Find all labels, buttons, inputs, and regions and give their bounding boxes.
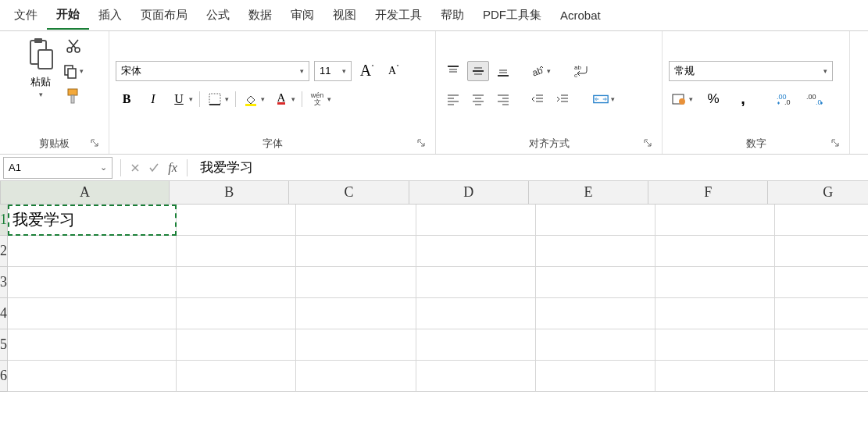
cell-A1[interactable]: 我爱学习 [8,205,177,236]
cell-A6[interactable] [8,361,177,392]
menu-review[interactable]: 审阅 [281,2,323,29]
col-header-C[interactable]: C [289,181,409,205]
cell-C4[interactable] [296,298,416,329]
menu-insert[interactable]: 插入 [89,2,131,29]
menu-home[interactable]: 开始 [47,1,89,30]
cell-D1[interactable] [416,205,536,236]
cell-G5[interactable] [775,329,868,361]
row-header-2[interactable]: 2 [0,236,8,267]
cell-F2[interactable] [655,236,775,267]
align-bottom-button[interactable] [492,61,514,81]
clipboard-launcher[interactable] [90,138,101,149]
cell-B1[interactable] [177,205,296,236]
percent-button[interactable]: % [702,89,724,109]
menu-help[interactable]: 帮助 [431,2,473,29]
format-painter-button[interactable] [63,86,84,106]
col-header-E[interactable]: E [529,181,648,205]
increase-font-button[interactable]: A˄ [356,61,378,81]
cell-C3[interactable] [296,267,416,298]
menu-data[interactable]: 数据 [239,2,281,29]
font-name-select[interactable]: 宋体▾ [116,61,309,81]
cell-D3[interactable] [416,267,536,298]
paste-button[interactable] [25,36,56,73]
increase-indent-button[interactable] [552,89,573,109]
insert-function-button[interactable]: fx [163,158,182,177]
accounting-format-button[interactable]: ▾ [669,89,695,109]
cancel-formula-button[interactable] [126,158,145,177]
comma-style-button[interactable]: , [732,89,754,109]
row-header-4[interactable]: 4 [0,298,8,329]
cell-D4[interactable] [416,298,536,329]
cell-D6[interactable] [416,361,536,392]
cell-F6[interactable] [655,361,775,392]
cell-C5[interactable] [296,329,416,361]
paste-dropdown[interactable]: ▾ [39,91,43,98]
cut-button[interactable] [63,36,84,56]
formula-input[interactable] [200,160,860,176]
font-size-select[interactable]: 11▾ [314,61,352,81]
cell-E3[interactable] [536,267,655,298]
cell-G1[interactable] [775,205,868,236]
cell-B2[interactable] [177,236,296,267]
cell-F1[interactable] [655,205,775,236]
col-header-B[interactable]: B [170,181,289,205]
row-header-3[interactable]: 3 [0,267,8,298]
cell-F3[interactable] [655,267,775,298]
align-right-button[interactable] [492,89,514,109]
confirm-formula-button[interactable] [145,158,163,177]
font-launcher[interactable] [416,138,427,149]
underline-button[interactable]: U▾ [169,89,195,109]
cell-D5[interactable] [416,329,536,361]
menu-layout[interactable]: 页面布局 [131,2,197,29]
menu-pdftools[interactable]: PDF工具集 [473,2,551,29]
row-header-6[interactable]: 6 [0,361,8,392]
fill-color-button[interactable]: ▾ [241,89,266,109]
number-format-select[interactable]: 常规▾ [669,61,833,81]
wrap-text-button[interactable]: abc [570,61,596,81]
decrease-indent-button[interactable] [527,89,548,109]
font-color-button[interactable]: A▾ [271,89,297,109]
bold-button[interactable]: B [116,89,138,109]
align-left-button[interactable] [442,89,464,109]
name-box[interactable]: A1 ⌄ [3,157,113,179]
cell-A3[interactable] [8,267,177,298]
col-header-A[interactable]: A [1,181,170,205]
cell-G4[interactable] [775,298,868,329]
cell-C2[interactable] [296,236,416,267]
menu-file[interactable]: 文件 [5,2,47,29]
decrease-font-button[interactable]: A˅ [383,61,405,81]
phonetic-button[interactable]: wén文▾ [307,89,333,109]
col-header-G[interactable]: G [768,181,868,205]
col-header-D[interactable]: D [409,181,529,205]
cell-G3[interactable] [775,267,868,298]
increase-decimal-button[interactable]: .00.0 [774,89,796,109]
cell-A5[interactable] [8,329,177,361]
cell-C6[interactable] [296,361,416,392]
decrease-decimal-button[interactable]: .00.0 [804,89,826,109]
row-header-5[interactable]: 5 [0,329,8,361]
merge-center-button[interactable]: ▾ [591,89,622,109]
col-header-F[interactable]: F [648,181,768,205]
cell-E5[interactable] [536,329,655,361]
copy-button[interactable]: ▾ [63,61,84,81]
align-center-button[interactable] [467,89,489,109]
cell-E1[interactable] [536,205,655,236]
cell-F4[interactable] [655,298,775,329]
menu-devtools[interactable]: 开发工具 [366,2,431,29]
cell-F5[interactable] [655,329,775,361]
cell-G6[interactable] [775,361,868,392]
row-header-1[interactable]: 1 [0,205,8,236]
cell-B5[interactable] [177,329,296,361]
cell-G2[interactable] [775,236,868,267]
menu-view[interactable]: 视图 [323,2,366,29]
align-middle-button[interactable] [467,61,489,81]
cell-E6[interactable] [536,361,655,392]
cell-E2[interactable] [536,236,655,267]
cell-B3[interactable] [177,267,296,298]
cell-D2[interactable] [416,236,536,267]
italic-button[interactable]: I [142,89,164,109]
cell-E4[interactable] [536,298,655,329]
cell-B4[interactable] [177,298,296,329]
number-launcher[interactable] [830,138,841,149]
cell-C1[interactable] [296,205,416,236]
